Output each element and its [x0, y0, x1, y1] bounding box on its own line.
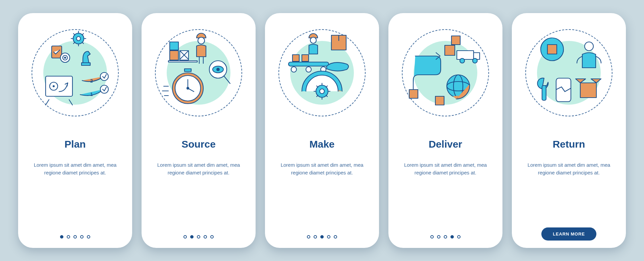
svg-rect-32	[184, 69, 191, 71]
phone-card-source: Source Lorem ipsum sit amet dim amet, me…	[142, 13, 256, 248]
source-icon	[152, 26, 246, 120]
pager-dot[interactable]	[327, 235, 330, 239]
deliver-icon	[398, 26, 492, 120]
pager-dots	[307, 235, 337, 239]
svg-point-37	[291, 67, 297, 72]
svg-point-58	[585, 42, 593, 51]
svg-rect-49	[457, 51, 474, 59]
card-description: Lorem ipsum sit amet dim amet, mea regio…	[25, 161, 125, 176]
pager-dots	[183, 235, 214, 239]
svg-point-12	[100, 72, 108, 81]
card-title: Source	[181, 139, 216, 150]
pager-dot[interactable]	[444, 235, 447, 239]
pager-dot[interactable]	[80, 235, 84, 239]
svg-rect-57	[547, 45, 557, 54]
pager-dot[interactable]	[87, 235, 90, 239]
pager-dot[interactable]	[450, 235, 454, 239]
svg-rect-17	[170, 51, 178, 60]
svg-point-20	[198, 37, 205, 44]
pager-dot[interactable]	[60, 235, 63, 239]
pager-dot[interactable]	[204, 235, 207, 239]
phone-card-return: Return Lorem ipsum sit amet dim amet, me…	[512, 13, 626, 248]
svg-rect-59	[580, 83, 596, 98]
make-icon	[275, 26, 369, 120]
card-title: Plan	[64, 139, 86, 150]
svg-line-11	[69, 100, 72, 105]
svg-text:2: 2	[90, 78, 93, 84]
pager-dot[interactable]	[437, 235, 440, 239]
phone-card-plan: 2 1 Plan Lorem ipsum sit amet dim amet, …	[18, 13, 132, 248]
svg-point-51	[473, 58, 477, 63]
pager-dot[interactable]	[197, 235, 200, 239]
learn-more-button[interactable]: LEARN MORE	[541, 227, 596, 241]
pager-dot[interactable]	[334, 235, 337, 239]
card-description: Lorem ipsum sit amet dim amet, mea regio…	[396, 161, 495, 176]
pager-dot[interactable]	[190, 235, 194, 239]
svg-rect-47	[445, 45, 455, 55]
pager-dots	[430, 235, 461, 239]
svg-point-25	[216, 68, 220, 71]
phone-card-make: Make Lorem ipsum sit amet dim amet, mea …	[265, 13, 379, 248]
return-icon	[522, 26, 616, 120]
pager-dot[interactable]	[314, 235, 317, 239]
svg-point-42	[310, 37, 316, 43]
card-title: Deliver	[429, 139, 462, 150]
pager-dot[interactable]	[210, 235, 214, 239]
svg-rect-19	[170, 42, 178, 50]
onboarding-screens: 2 1 Plan Lorem ipsum sit amet dim amet, …	[8, 3, 636, 258]
phone-card-deliver: Deliver Lorem ipsum sit amet dim amet, m…	[388, 13, 502, 248]
svg-rect-60	[542, 86, 546, 100]
svg-point-46	[320, 89, 324, 94]
svg-point-13	[100, 85, 108, 93]
svg-point-1	[76, 37, 80, 41]
svg-rect-36	[288, 62, 329, 66]
card-title: Make	[309, 139, 334, 150]
svg-rect-40	[292, 55, 299, 61]
pager-dot[interactable]	[320, 235, 324, 239]
pager-dot[interactable]	[73, 235, 77, 239]
plan-icon: 2 1	[28, 26, 122, 120]
svg-point-5	[64, 57, 66, 59]
pager-dots	[60, 235, 90, 239]
svg-point-38	[306, 67, 311, 72]
svg-rect-56	[435, 96, 444, 105]
card-description: Lorem ipsum sit amet dim amet, mea regio…	[272, 161, 372, 176]
card-description: Lorem ipsum sit amet dim amet, mea regio…	[519, 161, 619, 176]
svg-point-50	[460, 58, 465, 63]
svg-rect-52	[409, 90, 418, 98]
pager-dot[interactable]	[457, 235, 461, 239]
svg-rect-41	[302, 55, 309, 61]
pager-dot[interactable]	[67, 235, 70, 239]
card-title: Return	[553, 139, 585, 150]
svg-rect-16	[168, 61, 197, 62]
pager-dot[interactable]	[307, 235, 310, 239]
pager-dot[interactable]	[183, 235, 187, 239]
card-description: Lorem ipsum sit amet dim amet, mea regio…	[149, 161, 248, 176]
svg-line-10	[46, 100, 49, 105]
svg-rect-48	[451, 36, 460, 45]
svg-rect-6	[82, 63, 90, 65]
svg-text:1: 1	[90, 92, 93, 97]
svg-line-26	[224, 76, 230, 84]
svg-point-9	[53, 85, 55, 87]
pager-dot[interactable]	[430, 235, 434, 239]
